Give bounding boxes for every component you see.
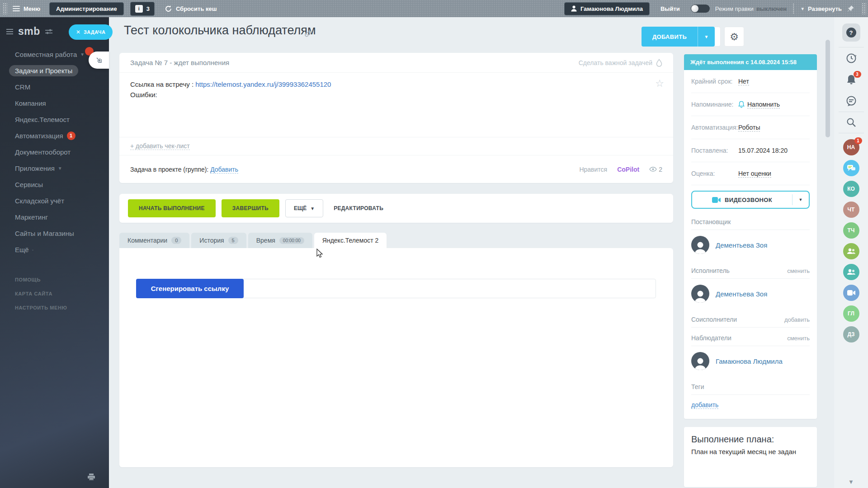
sidebar-item-automation[interactable]: Автоматизация 1 [0, 127, 109, 144]
dialogs-button[interactable] [845, 96, 857, 107]
notifications-bell-button[interactable]: 3 [846, 74, 857, 86]
copilot-link[interactable]: CoPilot [617, 166, 639, 173]
tab-telemost[interactable]: Яндекс.Телемост 2 [314, 233, 387, 248]
make-important-button[interactable]: Сделать важной задачей [579, 59, 662, 67]
edit-task-button[interactable]: РЕДАКТИРОВАТЬ [334, 205, 383, 211]
change-observers-link[interactable]: сменить [787, 335, 810, 342]
video-chat-avatar[interactable] [843, 285, 859, 301]
sidebar-item-apps[interactable]: Приложения ▼ [0, 160, 109, 176]
recent-chat-avatar[interactable]: ТЧ [843, 222, 859, 239]
rail-scroll-down-icon[interactable]: ▼ [848, 479, 854, 485]
sidebar-item-docs[interactable]: Документооборот [0, 144, 109, 160]
meeting-label: Ссылка на встречу : [130, 80, 195, 88]
edit-mode-label: Режим правки [715, 5, 754, 12]
favorite-star-icon[interactable]: ☆ [655, 78, 664, 89]
task-settings-button[interactable]: ⚙ [724, 27, 744, 47]
sidebar-item-marketing[interactable]: Маркетинг [0, 209, 109, 225]
sitemap-link[interactable]: КАРТА САЙТА [15, 287, 67, 301]
avatar [691, 352, 709, 370]
deadline-value[interactable]: Нет [738, 78, 749, 85]
drag-grip-icon[interactable] [862, 3, 866, 14]
topbar-menu[interactable]: Меню [24, 5, 40, 12]
expand-link[interactable]: Развернуть [808, 5, 842, 12]
tab-comments[interactable]: Комментарии 0 [119, 233, 189, 248]
configure-menu-link[interactable]: НАСТРОИТЬ МЕНЮ [15, 301, 67, 315]
sidebar-item-telemost[interactable]: Яндекс.Телемост [0, 111, 109, 127]
current-user-button[interactable]: Гамаюнова Людмила [564, 2, 650, 15]
sidebar-item-warehouse[interactable]: Складской учёт [0, 192, 109, 209]
sidebar-item-company[interactable]: Компания [0, 95, 109, 111]
printer-icon[interactable] [87, 474, 95, 481]
refresh-icon[interactable] [165, 5, 172, 13]
help-link[interactable]: ПОМОЩЬ [15, 273, 67, 287]
generate-link-button[interactable]: Сгенерировать ссылку [136, 279, 244, 298]
rating-value[interactable]: Нет оценки [738, 170, 771, 178]
recent-chat-avatar[interactable]: НА 1 [843, 139, 859, 155]
messenger-avatar[interactable] [843, 160, 859, 176]
page-title: Тест колокольчика наблюдателям [124, 23, 316, 38]
automation-value[interactable]: Роботы [738, 124, 760, 131]
edit-mode-toggle[interactable] [691, 5, 710, 13]
group-chat-avatar[interactable] [843, 264, 859, 280]
recent-chat-avatar[interactable]: ДЗ [843, 326, 859, 343]
sidebar-item-services[interactable]: Сервисы [0, 176, 109, 192]
logout-link[interactable]: Выйти [660, 5, 680, 12]
main-content: Тест колокольчика наблюдателям ⚙ ДОБАВИТ… [109, 17, 834, 488]
sidebar-burger-icon[interactable] [6, 28, 13, 36]
eye-icon [649, 167, 657, 172]
finish-task-button[interactable]: ЗАВЕРШИТЬ [222, 199, 279, 217]
observer-name-link[interactable]: Гамаюнова Людмила [716, 357, 783, 365]
task-status-line: Задача № 7 - ждет выполнения [130, 59, 229, 66]
flame-icon [656, 59, 662, 67]
search-button[interactable] [846, 117, 857, 128]
video-call-button[interactable]: ВИДЕОЗВОНОК ▼ [691, 191, 810, 209]
recent-chat-avatar[interactable]: КО [843, 181, 859, 197]
drag-grip-icon[interactable] [3, 3, 7, 14]
add-button[interactable]: ДОБАВИТЬ ▼ [642, 27, 715, 47]
add-coassignee-link[interactable]: добавить [784, 316, 810, 323]
sidebar-item-more[interactable]: Ещё - [0, 241, 109, 258]
sidebar-item-sites[interactable]: Сайты и Магазины [0, 225, 109, 241]
screen: Меню Администрирование i 3 Сбросить кеш … [0, 0, 868, 488]
sidebar-item-crm[interactable]: CRM [0, 79, 109, 95]
history-button[interactable] [845, 52, 857, 64]
add-checklist-link[interactable]: + добавить чек-лист [130, 142, 190, 150]
group-chat-avatar[interactable] [843, 243, 859, 259]
tab-time[interactable]: Время 00:00:00 [248, 233, 312, 248]
reminder-value[interactable]: Напомнить [747, 101, 780, 108]
menu-burger-icon[interactable] [13, 5, 20, 13]
change-assignee-link[interactable]: сменить [787, 267, 810, 274]
admin-topbar: Меню Администрирование i 3 Сбросить кеш … [0, 0, 868, 17]
reset-cache[interactable]: Сбросить кеш [176, 5, 217, 12]
help-button[interactable]: ? [842, 23, 860, 42]
right-rail: ? 3 [834, 17, 868, 488]
generate-link-bar: Сгенерировать ссылку [136, 279, 656, 298]
tab-history[interactable]: История 5 [191, 233, 246, 248]
field-rating: Оценка: Нет оценки [691, 162, 810, 185]
copy-link-icon[interactable] [304, 30, 312, 38]
plan-card: Выполнение плана: План на текущий месяц … [684, 427, 817, 487]
assignee-name-link[interactable]: Дементьева Зоя [716, 290, 767, 298]
author-name-link[interactable]: Дементьева Зоя [716, 241, 767, 249]
pin-icon[interactable] [847, 5, 854, 12]
created-value: 15.07.2024 18:20 [738, 147, 788, 154]
more-button[interactable]: ЕЩЁ ▼ [285, 199, 323, 217]
meeting-link[interactable]: https://telemost.yandex.ru/j/39993362455… [195, 80, 331, 88]
sidebar-collapse-button[interactable] [89, 52, 109, 69]
sidebar: smb ✕ ЗАДАЧА Совместная работа ▼ Задачи … [0, 17, 109, 488]
start-task-button[interactable]: НАЧАТЬ ВЫПОЛНЕНИЕ [128, 199, 216, 217]
recent-chat-avatar[interactable]: ЧТ [843, 202, 859, 218]
create-task-button[interactable]: ✕ ЗАДАЧА [69, 24, 113, 40]
notifications-counter-button[interactable]: i 3 [130, 2, 155, 16]
add-tag-link[interactable]: добавить [691, 401, 718, 409]
admin-button-label: Администрирование [56, 5, 117, 12]
add-dropdown-button[interactable]: ▼ [698, 27, 715, 47]
filter-icon[interactable] [45, 28, 52, 35]
recent-chat-avatar[interactable]: ГЛ [843, 305, 859, 322]
admin-button[interactable]: Администрирование [49, 2, 124, 15]
project-add-link[interactable]: Добавить [210, 166, 238, 174]
main-scrollbar[interactable] [826, 40, 830, 137]
logo[interactable]: smb [18, 25, 40, 38]
video-call-dropdown[interactable]: ▼ [793, 192, 809, 208]
like-link[interactable]: Нравится [579, 166, 607, 173]
